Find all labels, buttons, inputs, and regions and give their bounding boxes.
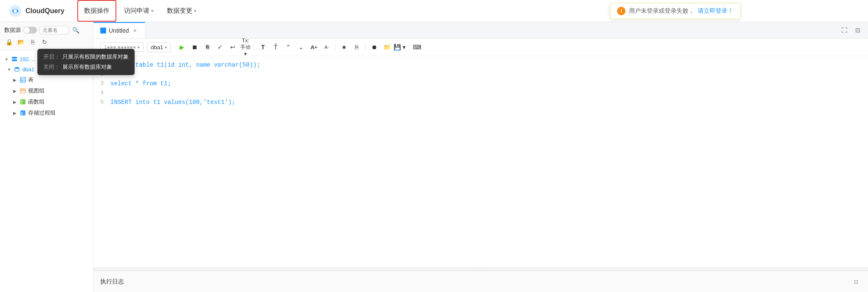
connection-chevron: ▾ (138, 45, 140, 50)
view-label: 视图组 (28, 87, 45, 95)
saveas-button[interactable]: ⎘ (351, 41, 363, 53)
tree-arrow-db: ▾ (6, 66, 12, 72)
chevron-icon-access: ▾ (151, 8, 153, 13)
sidebar-toolbar: 数据源 🔍 🔒 📂 ⎘ ↻ (0, 22, 93, 51)
view-icon (20, 87, 26, 94)
openfolder-button[interactable]: 📁 (381, 41, 393, 53)
notification-link[interactable]: 请立即登录！ (698, 7, 733, 15)
format-up-button[interactable]: ⌃ (282, 41, 294, 53)
stop-button[interactable]: ⏹ (189, 41, 200, 53)
log-expand-btn[interactable]: ⊡ (851, 277, 861, 287)
database-select[interactable]: dba1 ▾ (147, 42, 171, 52)
toolbar-sep-3 (365, 43, 366, 51)
sidebar-search-input[interactable] (39, 26, 68, 34)
tree-node-function[interactable]: ▶ f 函数组 (0, 96, 93, 107)
svg-rect-11 (23, 90, 25, 91)
format-overline-button[interactable]: T̄ (270, 41, 282, 53)
host-label: 192.... (20, 56, 35, 62)
svg-rect-5 (20, 77, 25, 82)
chevron-icon-change: ▾ (194, 8, 196, 13)
code-line-3: 3 select * from t1; (93, 80, 868, 89)
tree-arrow-procedure: ▶ (12, 110, 18, 116)
record-button[interactable]: ⏺ (368, 41, 380, 53)
code-line-5: 5 INSERT into t1 values(100,'test1'); (93, 98, 868, 108)
db-label: dba1 (22, 66, 34, 73)
function-icon: f (20, 98, 26, 105)
toggle-thumb (24, 27, 30, 33)
nav-label-data-change: 数据变更 (167, 7, 192, 15)
tooltip-off-value: 展示所有数据库对象 (62, 63, 112, 71)
search-icon-btn[interactable]: 🔍 (71, 25, 80, 35)
nav-item-access-request[interactable]: 访问申请 ▾ (118, 0, 159, 22)
nav-item-data-ops[interactable]: 数据操作 (77, 0, 116, 22)
resize-handle[interactable]: ···· (93, 267, 868, 271)
nav-label-access-request: 访问申请 (124, 7, 149, 15)
code-line-1: 1 create table t1(id int, name varchar(5… (93, 61, 868, 70)
toggle-track[interactable] (23, 27, 37, 34)
line-content-5: INSERT into t1 values(100,'test1'); (110, 99, 235, 106)
lock-icon-btn[interactable]: 🔒 (4, 37, 14, 47)
star-button[interactable]: ★ (338, 41, 350, 53)
datasource-label: 数据源 (4, 26, 21, 34)
logo-icon (8, 4, 22, 18)
refresh-icon-btn[interactable]: ↻ (40, 37, 49, 47)
terminal-button[interactable]: ⌨ (411, 41, 423, 53)
server-icon (11, 56, 18, 62)
font-up-button[interactable]: A+ (308, 41, 320, 53)
svg-rect-10 (21, 90, 23, 91)
nav-items: 数据操作 访问申请 ▾ 数据变更 ▾ (77, 0, 202, 22)
undo-button[interactable]: ↩ (227, 41, 239, 53)
format-down-button[interactable]: ⌄ (295, 41, 307, 53)
tree-area: ▾ 192.... ▾ dba1 ▶ 表 (0, 51, 93, 292)
save-button[interactable]: 💾 ▾ (394, 41, 406, 53)
code-line-2: 2 (93, 70, 868, 80)
tree-node-procedure[interactable]: ▶ Σ 存储过程组 (0, 107, 93, 118)
tab-untitled[interactable]: Untitled ✕ (93, 22, 145, 38)
copy-sql-button[interactable]: ⎘ (201, 41, 213, 53)
editor-container: 1●●● ●●●●●● ▾ dba1 ▾ ▶ ⏹ ⎘ ✓ ↩ Tx: 手动 ▾ … (93, 39, 868, 292)
notification-message: 用户未登录或登录失败， (629, 7, 694, 15)
logo-text: CloudQuery (25, 7, 65, 15)
notification-banner: ! 用户未登录或登录失败， 请立即登录！ (610, 3, 741, 19)
toolbar-sep-2 (335, 43, 335, 51)
font-down-button[interactable]: A- (321, 41, 333, 53)
content-area: Untitled ✕ ⛶ ⊡ 1●●● ●●●●●● ▾ dba1 ▾ (93, 22, 868, 292)
expand-icon-btn[interactable]: ⛶ (838, 24, 850, 36)
check-button[interactable]: ✓ (214, 41, 226, 53)
tab-label: Untitled (109, 27, 129, 34)
play-button[interactable]: ▶ (176, 41, 188, 53)
line-number-3: 3 (93, 80, 110, 87)
tree-arrow-host: ▾ (3, 56, 9, 62)
tree-node-table[interactable]: ▶ 表 (0, 74, 93, 85)
database-icon (14, 66, 20, 73)
svg-rect-2 (12, 57, 17, 59)
main-area: 数据源 🔍 🔒 📂 ⎘ ↻ 开启： 只展示有权限的数据库对象 关闭： 展示所有数… (0, 22, 868, 292)
table-label: 表 (28, 76, 34, 84)
svg-rect-9 (20, 89, 25, 93)
folder-icon-btn[interactable]: 📂 (16, 37, 25, 47)
logo-area: CloudQuery (8, 4, 65, 18)
copy-icon-btn[interactable]: ⎘ (28, 37, 37, 47)
editor-toolbar: 1●●● ●●●●●● ▾ dba1 ▾ ▶ ⏹ ⎘ ✓ ↩ Tx: 手动 ▾ … (93, 39, 868, 56)
toggle-switch[interactable] (23, 27, 37, 34)
format-T-button[interactable]: T (257, 41, 269, 53)
procedure-label: 存储过程组 (28, 109, 56, 117)
tab-close-btn[interactable]: ✕ (131, 27, 138, 34)
collapse-icon-btn[interactable]: ⊡ (852, 24, 864, 36)
database-value: dba1 (151, 44, 163, 51)
tooltip-on-label: 开启： (43, 53, 60, 61)
sidebar: 数据源 🔍 🔒 📂 ⎘ ↻ 开启： 只展示有权限的数据库对象 关闭： 展示所有数… (0, 22, 93, 292)
tree-arrow-view: ▶ (12, 88, 18, 94)
toolbar-sep-4 (408, 43, 409, 51)
nav-item-data-change[interactable]: 数据变更 ▾ (161, 0, 202, 22)
log-label: 执行日志 (100, 278, 124, 286)
log-panel: 执行日志 ⊡ (93, 271, 868, 292)
tree-arrow-table: ▶ (12, 77, 18, 83)
svg-point-4 (15, 67, 19, 69)
tree-node-view[interactable]: ▶ 视图组 (0, 85, 93, 96)
tooltip-box: 开启： 只展示有权限的数据库对象 关闭： 展示所有数据库对象 (37, 49, 135, 75)
code-line-4: 4 (93, 89, 868, 98)
tooltip-off-label: 关闭： (43, 63, 60, 71)
code-editor[interactable]: 1 create table t1(id int, name varchar(5… (93, 56, 868, 267)
tx-button[interactable]: Tx: 手动 ▾ (240, 41, 251, 53)
